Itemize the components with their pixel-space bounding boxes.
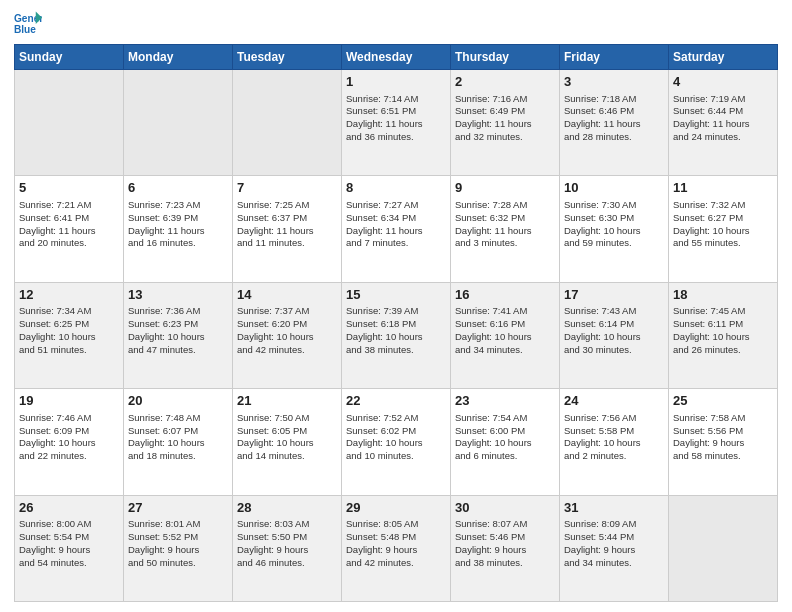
day-info: Sunset: 6:37 PM: [237, 212, 337, 225]
day-info: Sunset: 6:25 PM: [19, 318, 119, 331]
day-info: and 28 minutes.: [564, 131, 664, 144]
day-info: Sunset: 6:02 PM: [346, 425, 446, 438]
day-info: Sunrise: 7:23 AM: [128, 199, 228, 212]
logo: General Blue: [14, 10, 46, 38]
logo-icon: General Blue: [14, 10, 42, 38]
day-info: Sunrise: 8:03 AM: [237, 518, 337, 531]
day-info: Sunset: 5:56 PM: [673, 425, 773, 438]
day-info: Daylight: 10 hours: [455, 331, 555, 344]
day-number: 21: [237, 392, 337, 410]
day-info: and 7 minutes.: [346, 237, 446, 250]
day-info: Daylight: 10 hours: [673, 331, 773, 344]
day-info: Sunset: 6:49 PM: [455, 105, 555, 118]
day-info: Sunrise: 7:36 AM: [128, 305, 228, 318]
day-info: and 50 minutes.: [128, 557, 228, 570]
day-number: 17: [564, 286, 664, 304]
calendar-cell: 9Sunrise: 7:28 AMSunset: 6:32 PMDaylight…: [451, 176, 560, 282]
calendar-cell: 10Sunrise: 7:30 AMSunset: 6:30 PMDayligh…: [560, 176, 669, 282]
day-info: and 59 minutes.: [564, 237, 664, 250]
day-info: Sunrise: 8:07 AM: [455, 518, 555, 531]
day-info: Sunset: 6:39 PM: [128, 212, 228, 225]
day-info: Daylight: 10 hours: [128, 437, 228, 450]
svg-text:Blue: Blue: [14, 24, 36, 35]
day-info: and 11 minutes.: [237, 237, 337, 250]
day-number: 4: [673, 73, 773, 91]
header: General Blue: [14, 10, 778, 38]
weekday-header-wednesday: Wednesday: [342, 45, 451, 70]
day-info: Sunset: 6:32 PM: [455, 212, 555, 225]
calendar-table: SundayMondayTuesdayWednesdayThursdayFrid…: [14, 44, 778, 602]
calendar-cell: 18Sunrise: 7:45 AMSunset: 6:11 PMDayligh…: [669, 282, 778, 388]
calendar-cell: 11Sunrise: 7:32 AMSunset: 6:27 PMDayligh…: [669, 176, 778, 282]
day-info: Sunset: 5:50 PM: [237, 531, 337, 544]
day-info: Sunset: 6:46 PM: [564, 105, 664, 118]
day-info: Daylight: 9 hours: [455, 544, 555, 557]
weekday-header-tuesday: Tuesday: [233, 45, 342, 70]
day-number: 8: [346, 179, 446, 197]
day-info: Sunset: 6:20 PM: [237, 318, 337, 331]
calendar-cell: 28Sunrise: 8:03 AMSunset: 5:50 PMDayligh…: [233, 495, 342, 601]
day-info: and 20 minutes.: [19, 237, 119, 250]
day-info: Sunrise: 7:34 AM: [19, 305, 119, 318]
day-number: 19: [19, 392, 119, 410]
day-info: Daylight: 9 hours: [564, 544, 664, 557]
day-info: Daylight: 9 hours: [346, 544, 446, 557]
day-info: and 42 minutes.: [346, 557, 446, 570]
calendar-cell: 30Sunrise: 8:07 AMSunset: 5:46 PMDayligh…: [451, 495, 560, 601]
day-info: Sunset: 6:09 PM: [19, 425, 119, 438]
day-number: 14: [237, 286, 337, 304]
calendar-cell: 6Sunrise: 7:23 AMSunset: 6:39 PMDaylight…: [124, 176, 233, 282]
day-info: and 42 minutes.: [237, 344, 337, 357]
day-info: Daylight: 9 hours: [128, 544, 228, 557]
day-info: Sunset: 5:46 PM: [455, 531, 555, 544]
day-info: Sunrise: 8:01 AM: [128, 518, 228, 531]
day-info: and 18 minutes.: [128, 450, 228, 463]
day-number: 27: [128, 499, 228, 517]
day-info: and 14 minutes.: [237, 450, 337, 463]
weekday-header-thursday: Thursday: [451, 45, 560, 70]
calendar-cell: 27Sunrise: 8:01 AMSunset: 5:52 PMDayligh…: [124, 495, 233, 601]
day-info: Daylight: 11 hours: [128, 225, 228, 238]
day-info: Daylight: 10 hours: [346, 437, 446, 450]
day-info: Daylight: 10 hours: [564, 331, 664, 344]
day-number: 28: [237, 499, 337, 517]
day-info: Sunrise: 7:50 AM: [237, 412, 337, 425]
day-info: Daylight: 10 hours: [128, 331, 228, 344]
calendar-cell: 5Sunrise: 7:21 AMSunset: 6:41 PMDaylight…: [15, 176, 124, 282]
day-info: and 55 minutes.: [673, 237, 773, 250]
day-info: Sunset: 6:27 PM: [673, 212, 773, 225]
calendar-cell: 24Sunrise: 7:56 AMSunset: 5:58 PMDayligh…: [560, 389, 669, 495]
calendar-cell: [233, 70, 342, 176]
day-info: Sunrise: 8:05 AM: [346, 518, 446, 531]
calendar-cell: [15, 70, 124, 176]
day-number: 5: [19, 179, 119, 197]
calendar-cell: 13Sunrise: 7:36 AMSunset: 6:23 PMDayligh…: [124, 282, 233, 388]
day-number: 20: [128, 392, 228, 410]
calendar-week-5: 26Sunrise: 8:00 AMSunset: 5:54 PMDayligh…: [15, 495, 778, 601]
day-info: Daylight: 9 hours: [19, 544, 119, 557]
day-info: Sunset: 6:51 PM: [346, 105, 446, 118]
calendar-cell: 21Sunrise: 7:50 AMSunset: 6:05 PMDayligh…: [233, 389, 342, 495]
day-info: Daylight: 11 hours: [673, 118, 773, 131]
day-info: Daylight: 10 hours: [673, 225, 773, 238]
weekday-header-row: SundayMondayTuesdayWednesdayThursdayFrid…: [15, 45, 778, 70]
day-number: 11: [673, 179, 773, 197]
calendar-cell: 19Sunrise: 7:46 AMSunset: 6:09 PMDayligh…: [15, 389, 124, 495]
day-info: Sunset: 6:30 PM: [564, 212, 664, 225]
day-info: Sunset: 6:16 PM: [455, 318, 555, 331]
day-info: Daylight: 11 hours: [237, 225, 337, 238]
calendar-cell: 3Sunrise: 7:18 AMSunset: 6:46 PMDaylight…: [560, 70, 669, 176]
day-info: Daylight: 10 hours: [346, 331, 446, 344]
day-info: Sunset: 5:54 PM: [19, 531, 119, 544]
day-number: 31: [564, 499, 664, 517]
day-info: Sunset: 6:23 PM: [128, 318, 228, 331]
day-number: 22: [346, 392, 446, 410]
calendar-cell: 12Sunrise: 7:34 AMSunset: 6:25 PMDayligh…: [15, 282, 124, 388]
day-info: Daylight: 11 hours: [346, 118, 446, 131]
calendar-week-2: 5Sunrise: 7:21 AMSunset: 6:41 PMDaylight…: [15, 176, 778, 282]
day-number: 2: [455, 73, 555, 91]
day-info: Sunset: 6:11 PM: [673, 318, 773, 331]
day-info: Daylight: 9 hours: [237, 544, 337, 557]
day-info: and 51 minutes.: [19, 344, 119, 357]
day-info: and 26 minutes.: [673, 344, 773, 357]
